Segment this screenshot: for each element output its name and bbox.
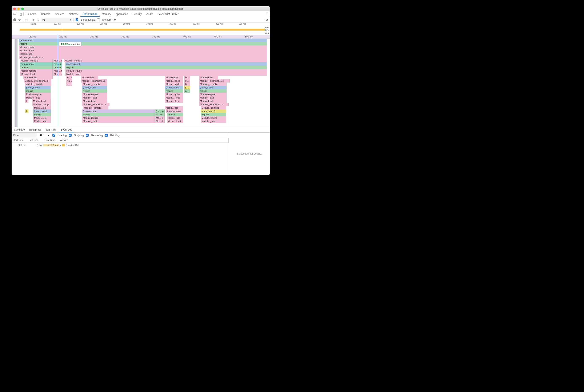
tab-console[interactable]: Console — [39, 11, 53, 17]
dropdown-arrow-icon[interactable]: ▾ — [70, 18, 71, 21]
flame-bar[interactable]: Module._extensions..js — [82, 103, 110, 106]
flame-bar[interactable]: l… — [25, 99, 28, 103]
flame-bar[interactable]: Module._load — [82, 96, 107, 99]
flame-cursor[interactable] — [58, 35, 58, 127]
flame-bar[interactable]: Module._load — [25, 96, 50, 99]
flame-bar[interactable]: M… — [184, 82, 190, 86]
flame-bar[interactable]: Module._load — [66, 72, 267, 76]
flame-bar[interactable]: (…) — [184, 86, 190, 89]
flame-bar[interactable]: Module.require — [20, 69, 53, 72]
flame-bar[interactable]: Module._load — [19, 49, 267, 52]
tab-application[interactable]: Application — [113, 11, 130, 17]
flame-bar[interactable]: Module.load — [199, 76, 218, 79]
flame-bar[interactable]: (an…s) — [155, 110, 165, 113]
flame-bar[interactable]: Module.require — [82, 116, 155, 120]
flame-bar[interactable]: (anonymous) — [166, 110, 183, 113]
flame-bar[interactable]: Module._extensions..js — [199, 79, 230, 82]
subtab-summary[interactable]: Summary — [12, 127, 27, 132]
flame-bar[interactable]: Module._compile — [83, 106, 108, 110]
flame-bar[interactable]: Module._load — [20, 72, 53, 76]
flame-bar[interactable]: Modul…_load — [165, 96, 183, 99]
flame-bars[interactable]: (anonymous)requireModule.requireModule._… — [12, 39, 270, 127]
flame-bar[interactable]: re…re — [155, 113, 165, 116]
flame-bar[interactable]: Module._extensions..js — [81, 79, 107, 82]
flame-bar[interactable]: Na…r — [66, 79, 72, 82]
flame-bar[interactable]: Module.require — [66, 69, 267, 72]
inspect-icon[interactable] — [12, 13, 18, 16]
table-row[interactable]: 88.9 ms 0 ms 419.3 ms ▸ Function Call — [12, 143, 229, 147]
flame-bar[interactable]: Module._extensions..js — [199, 103, 229, 106]
reload-icon[interactable]: ⟳ — [18, 18, 21, 22]
flame-bar[interactable]: (anonymous) — [201, 110, 226, 113]
flame-bar[interactable]: Module._compile — [199, 82, 226, 86]
flame-bar[interactable]: Modul….load — [165, 99, 183, 103]
flame-bar[interactable]: Modul…mpile — [165, 82, 183, 86]
flame-bar[interactable]: Module.require — [82, 93, 107, 96]
flame-bar[interactable]: (anonymous) — [82, 110, 155, 113]
tab-network[interactable]: Network — [66, 11, 80, 17]
flame-bar[interactable]: Module._compile — [82, 82, 107, 86]
flame-bar[interactable]: Module._compile — [201, 106, 226, 110]
flame-bar[interactable]: Modul…load — [167, 120, 183, 123]
flame-bar[interactable]: Modul…ns..js — [165, 79, 183, 82]
flame-bar[interactable]: (anonymous) — [82, 86, 107, 89]
flame-bar[interactable]: Module._compile — [64, 59, 267, 62]
filter-scope-select[interactable]: All — [39, 134, 50, 137]
subtab-bottom-up[interactable]: Bottom-Up — [27, 127, 44, 132]
flame-bar[interactable]: Mo…d — [155, 120, 165, 123]
flame-bar[interactable]: Module._load — [201, 120, 226, 123]
tab-security[interactable]: Security — [130, 11, 144, 17]
overview-cursor[interactable] — [62, 23, 62, 35]
expand-icon[interactable]: ▸ — [60, 144, 62, 146]
flame-bar[interactable]: (anonymous) — [19, 39, 267, 42]
flame-bar[interactable]: Modul…pile — [165, 106, 183, 110]
flame-bar[interactable]: Modul…quire — [165, 93, 183, 96]
flame-bar[interactable]: lo…e — [66, 76, 72, 79]
flame-bar[interactable]: require — [66, 66, 267, 69]
more-menu-icon[interactable]: ⋮ — [264, 12, 270, 16]
flame-bar[interactable]: Module.…ns..js — [32, 103, 51, 106]
flame-bar[interactable]: Module.load — [23, 76, 53, 79]
flame-bar[interactable]: Module.load — [32, 99, 51, 103]
flame-bar[interactable]: require — [82, 89, 107, 93]
flame-bar[interactable]: Module.load — [19, 52, 267, 56]
painting-checkbox[interactable] — [105, 134, 108, 137]
flame-bar[interactable]: Module.require — [201, 116, 226, 120]
flame-bar[interactable]: Mo…e — [155, 116, 165, 120]
flame-bar[interactable]: Modul…pile — [33, 106, 51, 110]
flame-bar[interactable]: require — [165, 89, 183, 93]
flame-bar[interactable]: Modul…uire — [33, 116, 51, 120]
close-icon[interactable] — [13, 8, 16, 10]
flame-bar[interactable]: (anonymous) — [199, 86, 226, 89]
tab-memory[interactable]: Memory — [100, 11, 113, 17]
flame-bar[interactable]: Module.require — [199, 93, 226, 96]
flame-bar[interactable]: Module.load — [81, 76, 98, 79]
maximize-icon[interactable] — [21, 8, 24, 10]
gear-icon[interactable]: ⚙ — [266, 18, 268, 22]
flame-bar[interactable]: require — [82, 113, 155, 116]
flame-bar[interactable]: Module.require — [25, 93, 50, 96]
download-icon[interactable]: ↧ — [37, 18, 39, 22]
flame-bar[interactable]: Module._extensions..js — [19, 56, 267, 59]
subtab-event-log[interactable]: Event Log — [58, 127, 74, 132]
record-button[interactable] — [13, 18, 16, 21]
flame-bar[interactable]: (anonymous) — [165, 86, 183, 89]
flame-chart[interactable]: 150 ms200 ms250 ms300 ms350 ms400 ms450 … — [12, 35, 270, 127]
flame-bar[interactable]: Module.load — [199, 99, 226, 103]
screenshots-checkbox[interactable] — [76, 18, 78, 21]
flame-bar[interactable]: require — [201, 113, 226, 116]
flame-bar[interactable]: Module._load — [199, 96, 226, 99]
tab-javascript-profiler[interactable]: JavaScript Profiler — [156, 11, 181, 17]
flame-bar[interactable]: (anonymous) — [20, 62, 53, 66]
scripting-checkbox[interactable] — [69, 134, 72, 137]
tab-elements[interactable]: Elements — [24, 11, 39, 17]
flame-bar[interactable]: Modul…uire — [167, 116, 183, 120]
filter-input[interactable] — [12, 133, 37, 138]
tab-audits[interactable]: Audits — [144, 11, 156, 17]
flame-bar[interactable]: require — [167, 113, 183, 116]
flame-bar[interactable]: Module._load — [82, 120, 155, 123]
tab-sources[interactable]: Sources — [53, 11, 66, 17]
flame-bar[interactable]: require — [199, 89, 226, 93]
flame-bar[interactable]: (… — [25, 110, 28, 113]
clear-icon[interactable]: ⊘ — [25, 18, 28, 22]
